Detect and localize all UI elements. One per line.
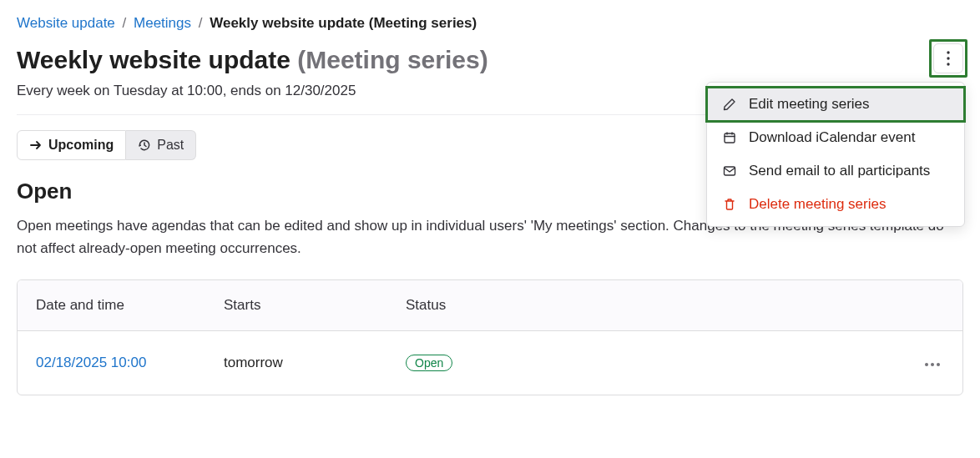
menu-edit-series[interactable]: Edit meeting series [707, 88, 964, 121]
arrow-right-icon [29, 138, 43, 152]
ellipsis-icon [924, 362, 941, 367]
menu-download-ical[interactable]: Download iCalendar event [707, 121, 964, 154]
tab-upcoming[interactable]: Upcoming [17, 130, 126, 160]
breadcrumb-current: Weekly website update (Meeting series) [210, 15, 477, 31]
menu-delete-series[interactable]: Delete meeting series [707, 188, 964, 221]
tab-past[interactable]: Past [126, 130, 196, 160]
more-actions-button[interactable] [933, 43, 963, 73]
page-title-main: Weekly website update [17, 46, 290, 73]
meeting-date-link[interactable]: 02/18/2025 10:00 [36, 355, 146, 370]
svg-rect-7 [725, 167, 735, 175]
menu-send-email[interactable]: Send email to all participants [707, 154, 964, 188]
breadcrumb-separator: / [199, 15, 203, 31]
status-badge: Open [406, 355, 452, 371]
pencil-icon [722, 97, 737, 112]
row-more-button[interactable] [921, 359, 944, 370]
col-header-status: Status [406, 297, 894, 314]
menu-download-label: Download iCalendar event [749, 129, 915, 146]
col-header-starts: Starts [224, 297, 406, 314]
svg-point-0 [947, 51, 949, 53]
svg-point-5 [937, 363, 940, 366]
table-header: Date and time Starts Status [18, 280, 962, 331]
col-header-date: Date and time [36, 297, 224, 314]
tab-group: Upcoming Past [17, 130, 196, 160]
menu-email-label: Send email to all participants [749, 163, 930, 179]
tab-past-label: Past [157, 138, 184, 153]
menu-edit-label: Edit meeting series [749, 96, 870, 113]
history-icon [138, 138, 151, 152]
tab-upcoming-label: Upcoming [48, 138, 114, 153]
svg-point-2 [947, 63, 949, 65]
meeting-starts: tomorrow [224, 355, 406, 371]
table-row: 02/18/2025 10:00 tomorrow Open [18, 331, 962, 395]
svg-point-4 [931, 363, 934, 366]
svg-point-1 [947, 57, 949, 59]
actions-dropdown: Edit meeting series Download iCalendar e… [706, 82, 965, 227]
page-title-suffix: (Meeting series) [297, 46, 487, 73]
breadcrumb-middle-link[interactable]: Meetings [134, 15, 191, 31]
col-header-actions [894, 297, 944, 314]
calendar-icon [722, 130, 737, 145]
svg-point-3 [925, 363, 928, 366]
meetings-table: Date and time Starts Status 02/18/2025 1… [17, 279, 963, 395]
trash-icon [722, 197, 737, 212]
svg-rect-6 [725, 133, 735, 143]
breadcrumb: Website update / Meetings / Weekly websi… [17, 15, 963, 32]
page-title: Weekly website update (Meeting series) [17, 43, 488, 76]
breadcrumb-separator: / [123, 15, 127, 31]
menu-delete-label: Delete meeting series [749, 196, 886, 213]
breadcrumb-root-link[interactable]: Website update [17, 15, 115, 31]
kebab-icon [947, 51, 950, 66]
mail-icon [722, 164, 737, 179]
